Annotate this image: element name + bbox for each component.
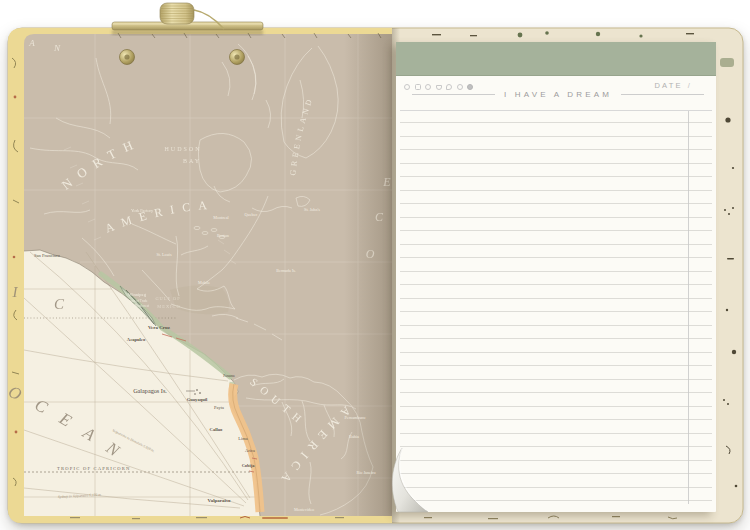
clip-spring-roll: [160, 3, 194, 24]
map-label: Valparaiso: [208, 498, 231, 503]
map-label: Quebec: [245, 212, 258, 217]
ruled-line: [400, 392, 712, 393]
ruled-line: [400, 406, 712, 407]
ruled-line: [400, 244, 712, 245]
ruled-line: [400, 284, 712, 285]
ruled-line: [400, 149, 712, 150]
map-label: A: [28, 38, 35, 48]
map-label: Lima: [238, 436, 247, 441]
clipboard-clip: [112, 3, 263, 35]
map-label: Montevideo: [294, 507, 314, 512]
map-label: Callao: [210, 427, 223, 432]
ruled-line: [400, 298, 712, 299]
map-label: MEXICO: [157, 304, 180, 309]
map-label: N: [53, 43, 61, 53]
map-label: Cobija: [242, 463, 255, 468]
notepad: DATE/ I HAVE A DREAM: [396, 42, 716, 512]
ruled-line: [400, 136, 712, 137]
ruled-line: [400, 365, 712, 366]
ruled-line: [400, 230, 712, 231]
map-label: E: [382, 175, 391, 189]
ruled-line: [400, 433, 712, 434]
map-label: Winnipeg: [128, 292, 147, 297]
map-label: GULF OF: [155, 296, 180, 301]
map-label: Bermuda Is.: [276, 268, 296, 273]
map-label: Galapagos Is.: [133, 387, 167, 394]
map-label: Rio Janeiro: [356, 470, 375, 475]
map-label: Center of Trade: [126, 299, 148, 303]
ruled-line: [400, 217, 712, 218]
ruled-line: [400, 190, 712, 191]
ruled-line: [400, 203, 712, 204]
map-label: HUDSON: [164, 146, 201, 152]
map-label: Vera Cruz: [148, 325, 171, 330]
ruled-line: [400, 122, 712, 123]
ruled-lines: [400, 42, 712, 512]
map-label: Boston: [217, 233, 230, 238]
map-label: Mobile: [198, 280, 210, 285]
ruled-line: [400, 163, 712, 164]
map-label: O: [366, 247, 375, 261]
map-label: C: [375, 210, 384, 224]
map-label: C: [54, 296, 65, 312]
ruled-line: [400, 419, 712, 420]
map-label: Bahia: [349, 434, 359, 439]
ruled-line: [400, 176, 712, 177]
ruled-line: [400, 311, 712, 312]
ruled-line: [400, 325, 712, 326]
map-page: [24, 28, 400, 523]
ruled-line: [400, 379, 712, 380]
map-label: TROPIC OF CAPRICORN: [57, 466, 131, 471]
margin-divider-line: [688, 111, 689, 504]
ruled-line: [400, 338, 712, 339]
map-label: St. Louis: [156, 252, 171, 257]
map-label: San Francisco: [34, 253, 61, 258]
clipboard-folio-photo: HUDSONBAYYork FactoryWinnipegCenter of T…: [0, 0, 750, 530]
page-curl: [388, 446, 460, 516]
map-label: Guayaquil: [187, 397, 208, 402]
map-label: St. John's: [304, 207, 320, 212]
ruled-line: [400, 271, 712, 272]
map-label: Acapulco: [127, 337, 146, 342]
map-label: BAY: [183, 158, 201, 164]
ruled-line: [400, 257, 712, 258]
ruled-line: [400, 352, 712, 353]
map-label: Arica: [245, 448, 255, 453]
map-label: Payta: [214, 405, 224, 410]
map-label: for the Northwest: [125, 304, 149, 308]
map-label: Montreal: [213, 215, 229, 220]
map-label: I: [12, 284, 19, 300]
map-label: Panama: [223, 374, 235, 378]
